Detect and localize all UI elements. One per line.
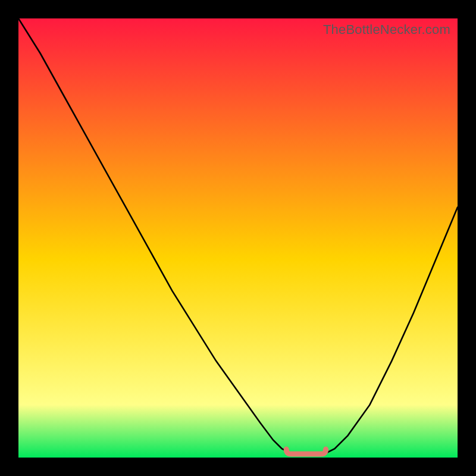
plot-area: TheBottleNecker.com [18, 18, 458, 458]
chart-svg [18, 18, 458, 458]
outer-frame: TheBottleNecker.com [0, 0, 476, 476]
watermark-text: TheBottleNecker.com [323, 22, 450, 37]
